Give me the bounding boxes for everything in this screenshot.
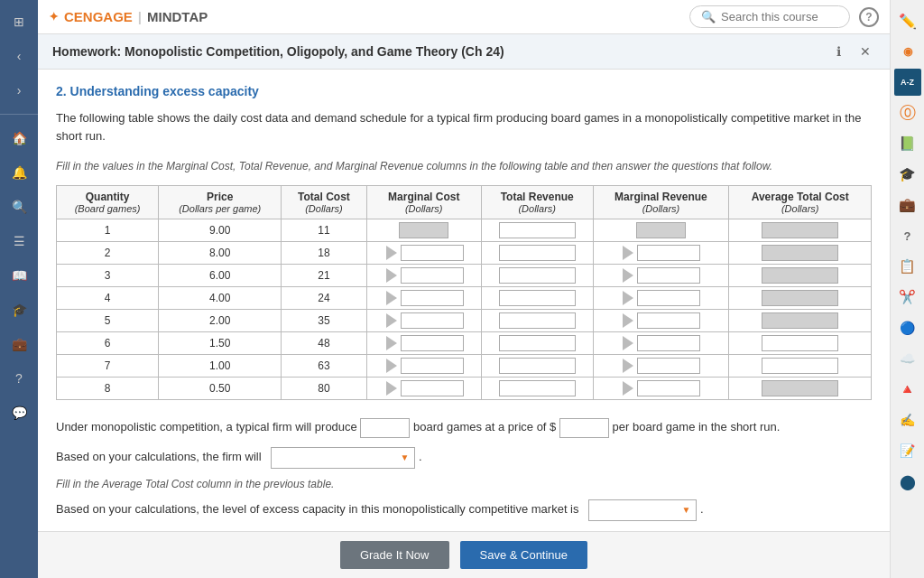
tr-input[interactable] bbox=[499, 358, 576, 374]
cell-tr[interactable] bbox=[481, 219, 593, 241]
mc-input[interactable] bbox=[399, 222, 448, 238]
mr-input[interactable] bbox=[637, 267, 700, 284]
cell-mc[interactable] bbox=[366, 377, 481, 399]
cell-mr[interactable] bbox=[593, 286, 729, 309]
firm-will-dropdown[interactable]: ▼ bbox=[271, 447, 415, 469]
cell-tr[interactable] bbox=[481, 264, 593, 286]
cell-mc[interactable] bbox=[366, 354, 481, 377]
hw-close-btn[interactable]: ✕ bbox=[855, 42, 875, 61]
cloud-tool[interactable]: ☁️ bbox=[894, 345, 921, 372]
nav-home[interactable]: 🏠 bbox=[5, 124, 33, 153]
grade-button[interactable]: Grade It Now bbox=[340, 541, 449, 569]
cell-atc[interactable] bbox=[729, 354, 872, 377]
cell-tr[interactable] bbox=[481, 241, 593, 264]
tr-input[interactable] bbox=[499, 267, 576, 284]
nav-case[interactable]: 💼 bbox=[5, 330, 33, 359]
tr-input[interactable] bbox=[499, 312, 576, 329]
cell-mr[interactable] bbox=[593, 241, 729, 264]
excess-capacity-dropdown[interactable]: ▼ bbox=[588, 499, 697, 521]
nav-grad[interactable]: 🎓 bbox=[5, 295, 33, 324]
cell-atc[interactable] bbox=[729, 219, 872, 241]
mr-input[interactable] bbox=[637, 245, 700, 261]
mr-input[interactable] bbox=[637, 358, 700, 374]
qty-input[interactable] bbox=[360, 418, 410, 438]
atc-input[interactable] bbox=[762, 222, 838, 238]
mc-input[interactable] bbox=[401, 335, 464, 351]
cell-mc[interactable] bbox=[366, 264, 481, 286]
atc-input[interactable] bbox=[762, 358, 838, 374]
cell-mr[interactable] bbox=[593, 219, 729, 241]
rss-tool[interactable]: ◉ bbox=[894, 38, 921, 65]
cell-atc[interactable] bbox=[729, 264, 872, 286]
cell-mc[interactable] bbox=[366, 331, 481, 354]
nav-bell[interactable]: 🔔 bbox=[5, 158, 33, 187]
grad-tool[interactable]: 🎓 bbox=[894, 161, 921, 188]
cell-tr[interactable] bbox=[481, 377, 593, 399]
cell-tr[interactable] bbox=[481, 331, 593, 354]
nav-menu[interactable]: ☰ bbox=[5, 227, 33, 256]
mr-input[interactable] bbox=[637, 380, 700, 396]
nav-book[interactable]: 📖 bbox=[5, 261, 33, 290]
cell-mc[interactable] bbox=[366, 309, 481, 331]
mr-input[interactable] bbox=[636, 222, 686, 238]
circle-tool[interactable]: ⓪ bbox=[894, 99, 921, 126]
pencil-tool[interactable]: ✏️ bbox=[894, 7, 921, 34]
tr-input[interactable] bbox=[499, 245, 576, 261]
cell-mc[interactable] bbox=[366, 286, 481, 309]
sensor-tool[interactable]: 🔵 bbox=[894, 314, 921, 341]
cell-mr[interactable] bbox=[593, 377, 729, 399]
nav-help[interactable]: ? bbox=[5, 364, 33, 393]
atc-input[interactable] bbox=[762, 335, 838, 351]
atc-input[interactable] bbox=[762, 267, 838, 284]
cell-tr[interactable] bbox=[481, 309, 593, 331]
cell-tr[interactable] bbox=[481, 286, 593, 309]
note2-tool[interactable]: 📝 bbox=[894, 437, 921, 464]
cell-mr[interactable] bbox=[593, 354, 729, 377]
search-box[interactable]: 🔍 bbox=[689, 5, 850, 28]
nav-search[interactable]: 🔍 bbox=[5, 192, 33, 221]
cell-atc[interactable] bbox=[729, 377, 872, 399]
save-continue-button[interactable]: Save & Continue bbox=[460, 541, 588, 569]
mr-input[interactable] bbox=[637, 312, 700, 329]
atc-input[interactable] bbox=[762, 312, 838, 329]
drive-tool[interactable]: 🔺 bbox=[894, 376, 921, 403]
question-mark-tool[interactable]: ? bbox=[894, 222, 921, 249]
nav-back[interactable]: ‹ bbox=[5, 42, 33, 70]
search-input[interactable] bbox=[721, 10, 838, 23]
mc-input[interactable] bbox=[401, 290, 464, 306]
mc-input[interactable] bbox=[401, 312, 464, 329]
edit2-tool[interactable]: ✍️ bbox=[894, 406, 921, 434]
cell-mc[interactable] bbox=[366, 241, 481, 264]
atc-input[interactable] bbox=[762, 290, 838, 306]
mc-input[interactable] bbox=[401, 380, 464, 396]
mr-input[interactable] bbox=[637, 335, 700, 351]
note-tool[interactable]: 📋 bbox=[894, 253, 921, 280]
cell-mc[interactable] bbox=[366, 219, 481, 241]
cell-atc[interactable] bbox=[729, 241, 872, 264]
hw-info-btn[interactable]: ℹ bbox=[828, 42, 848, 61]
cell-mr[interactable] bbox=[593, 264, 729, 286]
book-tool[interactable]: 📗 bbox=[894, 130, 921, 157]
scissors-tool[interactable]: ✂️ bbox=[894, 284, 921, 311]
atc-input[interactable] bbox=[762, 380, 838, 396]
nav-chat[interactable]: 💬 bbox=[5, 398, 33, 427]
tr-input[interactable] bbox=[499, 222, 576, 238]
nav-forward[interactable]: › bbox=[5, 76, 33, 105]
tr-input[interactable] bbox=[499, 380, 576, 396]
cell-tr[interactable] bbox=[481, 354, 593, 377]
price-input[interactable] bbox=[559, 418, 609, 438]
cell-mr[interactable] bbox=[593, 331, 729, 354]
nav-grid[interactable]: ⊞ bbox=[5, 7, 33, 36]
cell-atc[interactable] bbox=[729, 286, 872, 309]
atc-input[interactable] bbox=[762, 245, 838, 261]
tr-input[interactable] bbox=[499, 290, 576, 306]
mc-input[interactable] bbox=[401, 358, 464, 374]
help-icon[interactable]: ? bbox=[859, 7, 879, 27]
mr-input[interactable] bbox=[637, 290, 700, 306]
tr-input[interactable] bbox=[499, 335, 576, 351]
briefcase-tool[interactable]: 💼 bbox=[894, 191, 921, 219]
cell-atc[interactable] bbox=[729, 309, 872, 331]
cell-mr[interactable] bbox=[593, 309, 729, 331]
cell-atc[interactable] bbox=[729, 331, 872, 354]
circle2-tool[interactable]: ⬤ bbox=[894, 468, 921, 495]
